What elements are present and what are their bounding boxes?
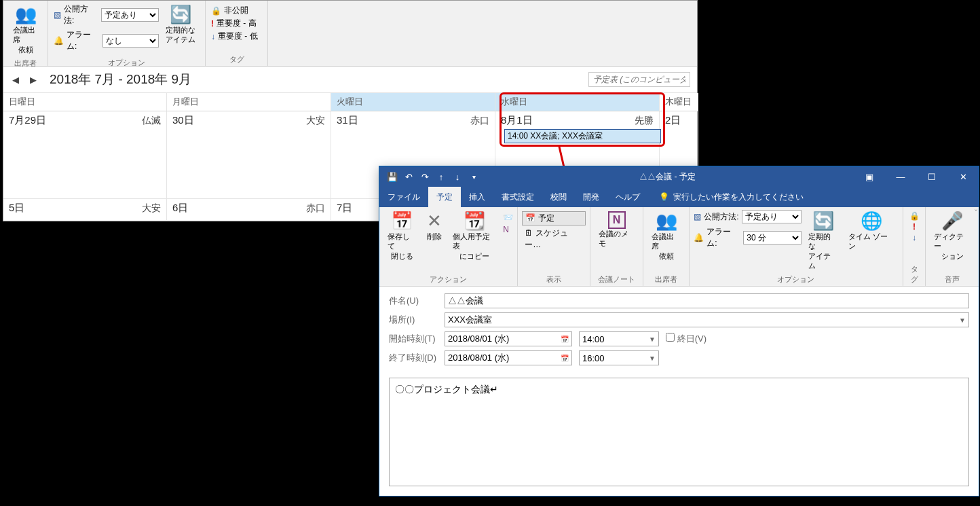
maximize-button[interactable]: ☐: [916, 166, 947, 187]
copy-to-cal-button[interactable]: 📆個人用予定表にコピー: [449, 210, 500, 262]
allday-label: 終日(V): [677, 333, 706, 344]
up-icon[interactable]: ↑: [434, 172, 449, 182]
timezone-button[interactable]: 🌐タイム ゾーン: [844, 210, 899, 253]
undo-icon[interactable]: ↶: [401, 172, 416, 182]
appointment-body[interactable]: 〇〇プロジェクト会議↵: [389, 378, 969, 486]
next-arrow[interactable]: ▶: [28, 75, 39, 85]
ribbon-tabbar: ファイル 予定 挿入 書式設定 校閲 開発 ヘルプ 💡実行したい作業を入力してく…: [379, 187, 979, 207]
calendar-picker-icon: 📅: [557, 355, 569, 362]
invite-button[interactable]: 👥会議出席依頼: [647, 210, 685, 262]
calendar-event[interactable]: 14:00 XX会議; XXX会議室: [504, 129, 661, 143]
memo-group-label: 会議ノート: [595, 272, 639, 285]
window-title: △△会議 - 予定: [481, 171, 854, 183]
save-close-button[interactable]: 📅保存して閉じる: [383, 210, 420, 262]
subject-label: 件名(U): [389, 295, 438, 307]
globe-icon: 🌐: [861, 211, 882, 232]
options-group-label: オプション: [694, 272, 898, 285]
publish-label: 公開方法:: [704, 211, 738, 223]
importance-low-icon: ↓: [211, 32, 215, 41]
day-cell[interactable]: 30日大安: [167, 111, 331, 198]
calendar-ribbon: 👥 会議出席 依頼 出席者 ▧ 公開方法: 予定あり 🔔 アラーム:: [3, 1, 697, 67]
day-header: 木曜日: [660, 93, 698, 111]
importance-high-icon[interactable]: !: [913, 222, 916, 232]
alarm-select[interactable]: なし: [102, 34, 159, 48]
tell-me[interactable]: 💡実行したい作業を入力してください: [648, 187, 979, 207]
onenote-small-icon[interactable]: N: [503, 225, 513, 234]
date-range-title: 2018年 7月 - 2018年 9月: [50, 71, 191, 88]
publish-select[interactable]: 予定あり: [742, 210, 802, 223]
day-header: 日曜日: [3, 93, 167, 111]
publish-label: 公開方法:: [64, 3, 98, 26]
importance-high-button[interactable]: !重要度 - 高: [211, 18, 262, 29]
end-time-input[interactable]: 16:00▼: [579, 350, 659, 365]
tab-insert[interactable]: 挿入: [461, 187, 493, 207]
save-icon[interactable]: 💾: [385, 172, 400, 182]
hatch-icon: ▧: [694, 212, 701, 221]
forward-icon[interactable]: 📨: [503, 213, 513, 222]
bell-icon: 🔔: [694, 233, 704, 242]
schedule-icon: 🗓: [525, 228, 533, 238]
calendar-icon: 📆: [464, 211, 485, 232]
invite-attendees-button[interactable]: 👥 会議出席 依頼: [9, 3, 42, 56]
day-header: 月曜日: [167, 93, 331, 111]
recurring-button[interactable]: 🔄定期的なアイテム: [804, 210, 842, 272]
schedule-view-button[interactable]: 🗓 スケジュー…: [522, 227, 585, 251]
tab-appointment[interactable]: 予定: [428, 187, 461, 207]
collapse-ribbon-icon[interactable]: ˇ: [975, 209, 977, 217]
importance-low-icon[interactable]: ↓: [912, 233, 916, 242]
day-cell[interactable]: 7月29日仏滅: [3, 111, 167, 198]
location-label: 場所(I): [389, 314, 438, 326]
tab-dev[interactable]: 開発: [575, 187, 607, 207]
chevron-down-icon: ▼: [645, 355, 656, 362]
options-group-label: オプション: [54, 55, 200, 68]
window-titlebar: 💾 ↶ ↷ ↑ ↓ ▾ △△会議 - 予定 ▣ — ☐ ✕: [379, 166, 979, 187]
minimize-button[interactable]: —: [885, 166, 916, 187]
alarm-select[interactable]: 30 分: [743, 231, 802, 245]
down-icon[interactable]: ↓: [450, 172, 465, 182]
importance-low-button[interactable]: ↓重要度 - 低: [211, 31, 262, 42]
recurring-button[interactable]: 🔄 定期的な アイテム: [162, 3, 200, 46]
tab-help[interactable]: ヘルプ: [607, 187, 648, 207]
tab-review[interactable]: 校閲: [542, 187, 575, 207]
importance-high-icon: !: [211, 19, 214, 29]
recurring-icon: 🔄: [812, 211, 834, 232]
dictation-button[interactable]: 🎤ディクテーション: [930, 210, 975, 262]
end-date-input[interactable]: 2018/08/01 (水)📅: [445, 350, 572, 365]
people-icon: 👥: [15, 5, 37, 25]
tab-format[interactable]: 書式設定: [493, 187, 542, 207]
chevron-down-icon: ▼: [955, 317, 966, 324]
qat-customize-icon[interactable]: ▾: [466, 173, 481, 181]
location-input[interactable]: XXX会議室▼: [445, 312, 969, 327]
chevron-down-icon: ▼: [645, 336, 656, 343]
prev-arrow[interactable]: ◀: [10, 75, 21, 85]
subject-input[interactable]: [445, 293, 969, 308]
calendar-picker-icon: 📅: [557, 336, 569, 343]
delete-icon: ✕: [427, 211, 442, 232]
meeting-memo-button[interactable]: N会議のメモ: [595, 210, 639, 250]
day-cell[interactable]: 6日赤口: [167, 198, 331, 220]
redo-icon[interactable]: ↷: [417, 172, 432, 182]
start-date-input[interactable]: 2018/08/01 (水)📅: [445, 331, 572, 346]
calendar-search-input[interactable]: [588, 72, 690, 87]
ribbon-display-icon[interactable]: ▣: [854, 166, 885, 187]
appointment-window: 💾 ↶ ↷ ↑ ↓ ▾ △△会議 - 予定 ▣ — ☐ ✕ ファイル 予定 挿入…: [379, 166, 979, 496]
tag-group-label: タグ: [907, 261, 922, 285]
appointment-ribbon: ˇ 📅保存して閉じる ✕削除 📆個人用予定表にコピー 📨 N アクション 📅 予…: [379, 207, 979, 287]
tab-file[interactable]: ファイル: [379, 187, 428, 207]
attendees-group-label: 出席者: [9, 56, 42, 69]
end-label: 終了時刻(D): [389, 352, 438, 364]
lock-icon[interactable]: 🔒: [909, 211, 920, 221]
save-close-icon: 📅: [391, 211, 413, 232]
bulb-icon: 💡: [659, 192, 669, 202]
close-button[interactable]: ✕: [947, 166, 979, 187]
actions-group-label: アクション: [383, 272, 513, 285]
publish-select[interactable]: 予定あり: [101, 8, 159, 22]
calendar-nav: ◀ ▶ 2018年 7月 - 2018年 9月: [3, 67, 697, 93]
allday-checkbox[interactable]: [666, 333, 675, 342]
day-cell[interactable]: 5日大安: [3, 198, 167, 220]
appointment-view-button[interactable]: 📅 予定: [522, 211, 585, 225]
private-button[interactable]: 🔒非公開: [211, 5, 262, 16]
start-time-input[interactable]: 14:00▼: [579, 331, 659, 346]
bell-icon: 🔔: [54, 36, 64, 46]
delete-button[interactable]: ✕削除: [423, 210, 446, 242]
